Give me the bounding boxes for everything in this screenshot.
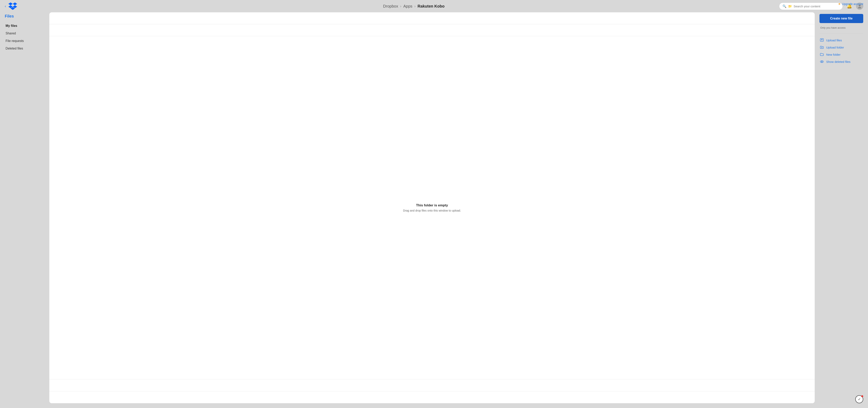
- file-area: This folder is empty Drag and drop files…: [49, 12, 815, 403]
- topbar-left: ‹: [5, 2, 49, 10]
- upload-files-item[interactable]: Upload files: [819, 38, 863, 42]
- dropbox-logo: [8, 2, 17, 10]
- sidebar-item-shared[interactable]: Shared: [5, 30, 44, 37]
- search-icon: 🔍: [782, 4, 786, 8]
- breadcrumb-sep2: ›: [414, 4, 415, 8]
- access-text: Only you have access: [819, 26, 863, 29]
- search-input[interactable]: [794, 5, 839, 8]
- new-folder-item[interactable]: New folder: [819, 53, 863, 57]
- star-icon: ★: [838, 2, 841, 6]
- empty-folder-title: This folder is empty: [416, 203, 448, 208]
- svg-point-3: [820, 61, 824, 63]
- breadcrumb-sep1: ›: [400, 4, 401, 8]
- main-layout: Files My files Shared File requests Dele…: [0, 12, 868, 408]
- file-area-row-3: [49, 379, 815, 391]
- breadcrumb-middle[interactable]: Apps: [403, 4, 412, 8]
- show-deleted-icon: [819, 60, 824, 64]
- upload-files-label: Upload files: [826, 38, 842, 42]
- new-folder-icon: [819, 53, 824, 57]
- breadcrumb-current: Rakuten Kobo: [417, 4, 444, 8]
- sidebar-section-title: Files: [5, 14, 44, 19]
- upload-folder-label: Upload folder: [826, 46, 844, 49]
- svg-point-1: [858, 7, 861, 8]
- breadcrumb: Dropbox › Apps › Rakuten Kobo: [383, 4, 444, 8]
- topbar-center: Dropbox › Apps › Rakuten Kobo: [49, 4, 779, 8]
- check-mark-icon: ✓: [858, 397, 861, 402]
- show-deleted-files-item[interactable]: Show deleted files: [819, 60, 863, 64]
- sidebar-item-my-files[interactable]: My files: [5, 23, 44, 29]
- new-folder-label: New folder: [826, 53, 841, 56]
- show-deleted-label: Show deleted files: [826, 60, 850, 63]
- upload-folder-icon: [819, 45, 824, 49]
- main-content: This folder is empty Drag and drop files…: [49, 12, 815, 403]
- file-area-empty: This folder is empty Drag and drop files…: [49, 36, 815, 379]
- file-area-row-2: [49, 24, 815, 36]
- empty-folder-subtitle: Drag and drop files onto this window to …: [403, 209, 461, 212]
- search-bar[interactable]: 🔍 📁: [779, 3, 843, 10]
- svg-point-4: [822, 61, 823, 62]
- collapse-arrow[interactable]: ‹: [5, 4, 6, 8]
- topbar: ‹ Dropbox › Apps › Rakuten Kobo 🔍 📁 🔔: [0, 0, 868, 12]
- upload-folder-item[interactable]: Upload folder: [819, 45, 863, 49]
- sidebar-item-file-requests[interactable]: File requests: [5, 38, 44, 44]
- folder-scope-icon: 📁: [788, 4, 792, 8]
- action-list: Upload files Upload folder: [819, 37, 863, 64]
- upgrade-label: Upgrade account: [842, 2, 863, 6]
- sidebar: Files My files Shared File requests Dele…: [5, 12, 44, 403]
- right-panel: Create new file Only you have access Upl…: [819, 12, 863, 403]
- create-new-file-button[interactable]: Create new file: [819, 14, 863, 23]
- upgrade-link[interactable]: ★ Upgrade account: [838, 2, 863, 6]
- file-area-row-1: [49, 12, 815, 24]
- file-area-footer: [49, 391, 815, 403]
- upload-files-icon: [819, 38, 824, 42]
- status-dot: [861, 395, 863, 397]
- sidebar-item-deleted-files[interactable]: Deleted files: [5, 45, 44, 52]
- breadcrumb-root[interactable]: Dropbox: [383, 4, 398, 8]
- sidebar-nav: My files Shared File requests Deleted fi…: [5, 23, 44, 52]
- status-indicator[interactable]: ✓: [855, 395, 863, 403]
